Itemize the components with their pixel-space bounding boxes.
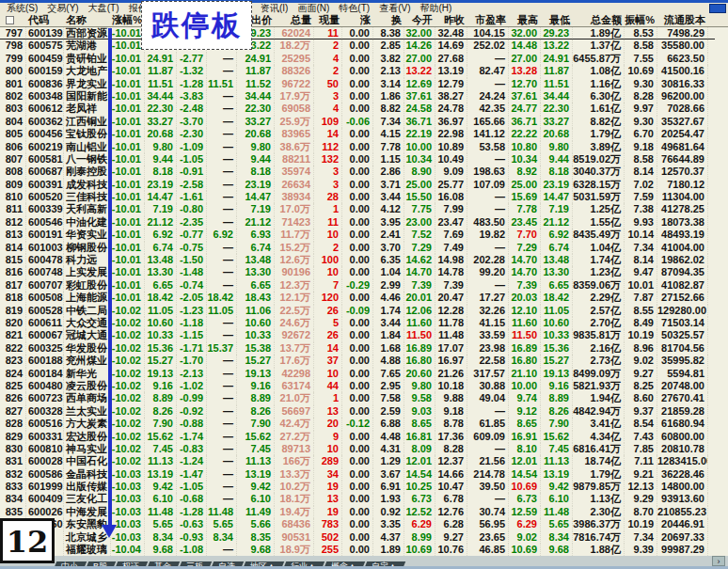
cell-float: 41500.16 [657,65,708,77]
menu-item-0[interactable]: 系统(S) [2,3,42,14]
table-row[interactable]: 808600687刚泰控股-10.018.18-0.91—8.183597430… [0,166,715,178]
table-row[interactable]: 814601003柳钢股份-10.016.74-0.75—6.7415.2万20… [0,242,715,254]
cell-name: 中国石化 [64,455,111,467]
table-row[interactable]: 826600723西单商场-10.028.89-0.99—8.8921.0万10… [0,392,715,404]
list-mode-icon[interactable] [6,16,14,24]
cell-prev: 20.47 [435,292,467,304]
table-row[interactable]: 811600339天利高新-10.017.19-0.80—7.1917.0万10… [0,203,715,215]
cell-turn: 1.86 [373,90,404,103]
table-row[interactable]: 823600188兖州煤业-10.0215.27-1.70—15.2717.6万… [0,355,715,367]
table-row[interactable]: 807600581八一钢铁-10.019.44-1.05—9.448821113… [0,153,715,166]
cell-name: 兖州煤业 [64,355,111,367]
table-row[interactable]: 824600184新华光-10.0219.13-2.13—19.13422981… [0,368,715,380]
cell-vol: 88211 [275,153,314,166]
menu-item-2[interactable]: 特色(T) [334,3,374,14]
table-row[interactable]: 818600508上海能源-10.0118.42-2.0518.4218.431… [0,292,715,304]
column-header-ampl[interactable]: 振幅% [625,14,657,26]
cell-ask: 34.44 [237,90,275,103]
table-row[interactable]: 805600456宝钛股份-10.0120.68-2.30—20.6883965… [0,128,715,140]
column-header-float[interactable]: 流通股本 [657,14,708,26]
column-header-spd[interactable]: 涨速% [342,14,373,26]
cell-pe: 42.35 [467,103,509,115]
cell-cur: 783 [314,518,342,530]
menu-item-3[interactable]: 查看(V) [374,3,415,14]
table-row[interactable]: 810600520三佳科技-10.0114.47-1.61—14.4738934… [0,191,715,203]
table-row[interactable]: 821600067冠城大通-10.0210.33-1.15—10.3392672… [0,329,715,341]
cell-pct: -10.03 [111,506,145,518]
column-header-pe[interactable]: 市盈率 [467,14,509,26]
table-row[interactable]: 825600480凌云股份-10.029.16-1.02—9.166317444… [0,380,715,392]
column-header-code[interactable]: 代码 [26,14,64,26]
cell-turn: 1.93 [373,493,404,505]
table-row[interactable]: 799600459贵研铂业-10.0124.91-2.77—24.9125295… [0,53,715,65]
cell-last: 15.27 [145,355,177,367]
table-row[interactable]: 830600810神马实业-10.027.45-0.83—7.458971310… [0,443,715,455]
table-row[interactable]: 822600325华发股份-10.0215.36-1.7115.3715.381… [0,342,715,355]
cell-spd: 0.00 [342,229,373,241]
cell-ask: 19.13 [237,368,275,380]
column-header-turn[interactable]: 换手% [373,14,404,26]
table-row[interactable]: 831600028中国石化-10.0211.13-1.24—11.13166万2… [0,455,715,467]
column-header-idx[interactable] [0,14,26,26]
column-header-low[interactable]: 最低 [541,14,573,26]
table-row[interactable]: 813600191华资实业-10.016.92-0.776.926.9311.7… [0,229,715,241]
cell-vol: 90196 [275,266,314,278]
column-header-prev[interactable]: 昨收 [435,14,467,26]
table-row[interactable]: 福耀玻璃-10.049.68-1.08—9.6818.9万2550.001.89… [0,544,715,556]
cell-ampl: 9.93 [625,216,657,229]
cell-open: 15.50 [404,191,435,203]
menu-item-1[interactable]: 画面(N) [293,3,334,14]
table-row[interactable]: 803600612老凤祥-10.0122.30-2.48—22.30690584… [0,103,715,115]
table-row[interactable]: 820600611大众交通-10.0210.60-1.18—10.6024.6万… [0,317,715,329]
table-row[interactable]: 835600026中海发展-10.0311.48-1.2811.4811.491… [0,506,715,518]
cell-float: 41278.25 [657,203,708,215]
column-header-cur[interactable]: 现量 [314,14,342,26]
table-row[interactable]: 819600528中铁二局-10.0211.05-1.2311.0511.062… [0,305,715,317]
table-row[interactable]: 801600836界龙实业-10.0111.51-1.2811.5111.529… [0,78,715,90]
bottom-tab-strip: 中小B股权证基金三板自选地区▲行业▲概念▲自定▲ › [0,556,728,566]
table-row[interactable]: 802600348国阳新能-10.0134.44-3.83—34.4417.9万… [0,90,715,103]
cell-name: 南山铝业 [64,141,111,153]
menu-item-4[interactable]: 帮助(H) [415,3,456,14]
menu-item-2[interactable]: 大盘(T) [84,3,124,14]
cell-ampl: 7.85 [625,443,657,455]
cell-amt: 1.89亿 [573,27,625,40]
cell-last: 34.44 [145,90,177,103]
cell-ampl: 8.58 [625,153,657,166]
table-row[interactable]: 833601999出版传媒-10.039.42-1.05—9.4210.2万19… [0,481,715,493]
table-row[interactable]: 815600478科力远-10.0113.48-1.50—13.4812.6万1… [0,254,715,266]
column-header-high[interactable]: 最高 [509,14,541,26]
cell-low: 34.44 [541,90,573,103]
table-row[interactable]: 829600331宏达股份-10.0215.62-1.74—15.6227.2万… [0,431,715,443]
table-row[interactable]: 817600707彩虹股份-10.016.65-0.74—6.6512.3万7-… [0,279,715,292]
window-controls[interactable] [709,4,726,13]
cell-name: 上实发展 [64,266,111,278]
table-row[interactable]: 806600219南山铝业-10.019.80-1.09—9.8038.6万11… [0,141,715,153]
table-row[interactable]: 809600391成发科技-10.0123.19-2.58—23.1926634… [0,179,715,191]
tab-scroll-right-icon[interactable]: › [712,556,725,566]
table-row[interactable]: 800600159大龙地产-10.0111.87-1.32—11.8788326… [0,65,715,77]
table-row[interactable]: 827600328兰太实业-10.028.26-0.92—8.265669713… [0,405,715,418]
cell-prev: 12.37 [435,455,467,467]
table-row[interactable]: 832600586金晶科技-10.0313.19-1.47—13.1913.3万… [0,468,715,481]
table-row[interactable]: 834600409三友化工-10.036.10-0.68—6.1018.1万13… [0,493,715,505]
table-row[interactable]: 828600516方大炭素-10.027.90-0.88—7.9042.4万20… [0,418,715,430]
cell-name: 出版传媒 [64,481,111,493]
cell-open: 9.58 [404,392,435,404]
table-row[interactable]: 797600139西部资源-10.0129.2362024110.008.383… [0,27,715,40]
table-row[interactable]: 812600546中油化建-10.0121.12-2.35—21.1271423… [0,216,715,229]
column-header-open[interactable]: 今开 [404,14,435,26]
column-header-vol[interactable]: 总量 [275,14,314,26]
cell-cur: 7 [314,279,342,292]
table-row[interactable]: 804600362江西铜业-10.0133.27-3.70—33.2725.9万… [0,116,715,128]
cell-pct: -10.01 [111,141,145,153]
menu-item-0[interactable]: 资讯(I) [256,3,293,14]
column-header-pct[interactable]: 涨幅% [111,14,145,26]
table-row[interactable]: 816600748上实发展-10.0113.30-1.48—13.3090196… [0,266,715,278]
column-header-amt[interactable]: 总金额 [573,14,625,26]
cell-spd: 0.00 [342,65,373,77]
cell-spd: 0.00 [342,166,373,178]
menu-item-1[interactable]: 交易(Y) [42,3,83,14]
table-row[interactable]: 798600575芜湖港-10.0113.2218.2万20.002.8514.… [0,40,715,52]
column-header-name[interactable]: 名称 [64,14,111,26]
